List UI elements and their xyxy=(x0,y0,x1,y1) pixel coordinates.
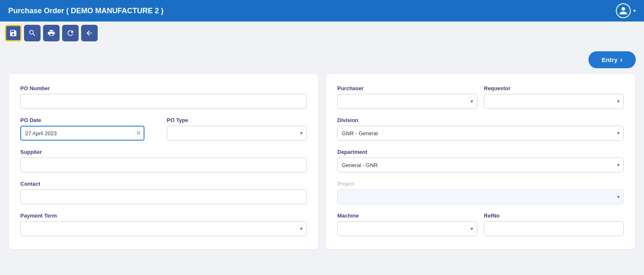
po-date-label: PO Date xyxy=(20,117,160,123)
requestor-select-wrapper: ▾ xyxy=(484,94,624,109)
app-title: Purchase Order ( DEMO MANUFACTURE 2 ) xyxy=(8,7,163,15)
back-icon xyxy=(85,29,94,37)
po-type-select[interactable] xyxy=(167,126,307,141)
toolbar xyxy=(0,22,644,45)
date-input-wrapper: ✕ xyxy=(20,126,144,141)
contact-group: Contact xyxy=(20,181,307,204)
po-type-select-wrapper: ▾ xyxy=(167,126,307,141)
po-number-group: PO Number xyxy=(20,85,307,109)
machine-select-wrapper: ▾ xyxy=(337,221,477,236)
project-label: Project xyxy=(337,181,624,187)
machine-label: Machine xyxy=(337,213,477,219)
refno-label: RefNo xyxy=(484,213,624,219)
supplier-label: Supplier xyxy=(20,149,307,155)
payment-term-group: Payment Term ▾ xyxy=(20,213,307,236)
department-select-wrapper: General - GNR ▾ xyxy=(337,158,624,172)
requestor-select[interactable] xyxy=(484,94,624,109)
date-type-row: PO Date ✕ PO Type ▾ xyxy=(20,117,307,141)
contact-label: Contact xyxy=(20,181,307,187)
department-label: Department xyxy=(337,149,624,155)
left-panel: PO Number PO Date ✕ PO Type xyxy=(8,73,319,250)
back-button[interactable] xyxy=(81,25,98,41)
print-icon xyxy=(47,29,55,37)
main-content: Entry PO Number PO Date ✕ PO Ty xyxy=(0,45,644,256)
user-icon xyxy=(619,6,628,15)
project-select-wrapper: ▾ xyxy=(337,189,624,204)
refno-group: RefNo xyxy=(484,213,624,236)
save-button[interactable] xyxy=(5,25,22,41)
supplier-group: Supplier xyxy=(20,149,307,172)
payment-term-select-wrapper: ▾ xyxy=(20,221,307,236)
po-date-input[interactable] xyxy=(20,126,144,141)
supplier-input[interactable] xyxy=(20,158,307,172)
search-button[interactable] xyxy=(24,25,41,41)
form-grid: PO Number PO Date ✕ PO Type xyxy=(8,73,636,250)
avatar xyxy=(616,3,631,18)
user-menu[interactable]: ▾ xyxy=(616,3,636,18)
division-select-wrapper: GNR - General ▾ xyxy=(337,126,624,141)
requestor-label: Requestor xyxy=(484,85,624,91)
payment-term-select[interactable] xyxy=(20,221,307,236)
po-type-label: PO Type xyxy=(167,117,307,123)
entry-row: Entry xyxy=(8,51,636,68)
machine-refno-row: Machine ▾ RefNo xyxy=(337,213,624,236)
division-select[interactable]: GNR - General xyxy=(337,126,624,141)
entry-button[interactable]: Entry xyxy=(589,51,636,68)
machine-group: Machine ▾ xyxy=(337,213,477,236)
project-select[interactable] xyxy=(337,189,624,204)
purchaser-select[interactable] xyxy=(337,94,477,109)
department-select[interactable]: General - GNR xyxy=(337,158,624,172)
po-type-group: PO Type ▾ xyxy=(167,117,307,141)
date-clear-button[interactable]: ✕ xyxy=(136,130,141,136)
right-panel: Purchaser ▾ Requestor ▾ xyxy=(325,73,636,250)
refno-input[interactable] xyxy=(484,221,624,236)
po-number-label: PO Number xyxy=(20,85,307,91)
department-group: Department General - GNR ▾ xyxy=(337,149,624,172)
po-date-group: PO Date ✕ xyxy=(20,117,160,141)
save-icon xyxy=(9,29,17,37)
contact-input[interactable] xyxy=(20,189,307,204)
print-button[interactable] xyxy=(43,25,60,41)
payment-term-label: Payment Term xyxy=(20,213,307,219)
user-chevron-icon: ▾ xyxy=(633,8,636,14)
division-group: Division GNR - General ▾ xyxy=(337,117,624,141)
division-label: Division xyxy=(337,117,624,123)
search-icon xyxy=(28,29,36,37)
app-header: Purchase Order ( DEMO MANUFACTURE 2 ) ▾ xyxy=(0,0,644,22)
project-group: Project ▾ xyxy=(337,181,624,204)
purchaser-label: Purchaser xyxy=(337,85,477,91)
requestor-group: Requestor ▾ xyxy=(484,85,624,109)
refresh-icon xyxy=(66,29,74,37)
machine-select[interactable] xyxy=(337,221,477,236)
purchaser-group: Purchaser ▾ xyxy=(337,85,477,109)
purchaser-select-wrapper: ▾ xyxy=(337,94,477,109)
po-number-input[interactable] xyxy=(20,94,307,109)
refresh-button[interactable] xyxy=(62,25,79,41)
purchaser-requestor-row: Purchaser ▾ Requestor ▾ xyxy=(337,85,624,109)
